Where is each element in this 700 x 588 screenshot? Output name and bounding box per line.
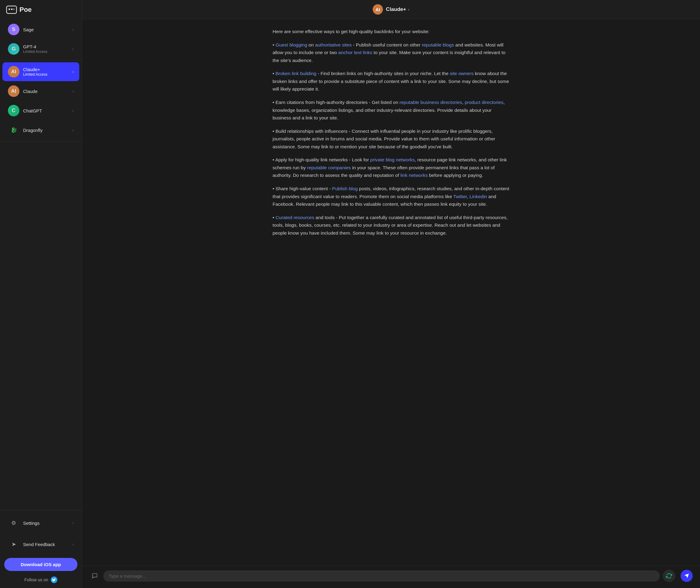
- divider-after-bots: [0, 141, 82, 142]
- cycle-button[interactable]: [663, 570, 675, 582]
- chat-header: AI Claude+ ›: [82, 0, 700, 19]
- bot-info-chatgpt: ChatGPT: [23, 108, 70, 113]
- link-authoritative-sites[interactable]: authoritative sites: [315, 42, 352, 47]
- settings-icon: ⚙: [8, 517, 19, 529]
- bullet-2: • Broken link building - Find broken lin…: [273, 70, 510, 93]
- chat-input[interactable]: [109, 573, 654, 579]
- link-link-networks[interactable]: link networks: [401, 173, 428, 178]
- link-site-owners[interactable]: site owners: [450, 71, 473, 76]
- bot-avatar-sage: S: [8, 24, 19, 35]
- bot-list: SSage›GGPT-4Limited Access›AIClaude+Limi…: [0, 18, 82, 508]
- settings-chevron: ›: [72, 521, 74, 525]
- svg-rect-2: [11, 9, 12, 10]
- link-broken-link[interactable]: Broken link building: [275, 71, 316, 76]
- feedback-chevron: ›: [72, 542, 74, 547]
- bullet-5: • Apply for high-quality link networks -…: [273, 156, 510, 179]
- divider-1: [0, 510, 82, 511]
- sidebar-item-dragonfly[interactable]: 🐉Dragonfly›: [2, 121, 79, 139]
- sidebar-item-feedback[interactable]: ➤ Send Feedback ›: [2, 534, 79, 554]
- bot-info-sage: Sage: [23, 27, 70, 32]
- clear-button[interactable]: [89, 570, 100, 581]
- sidebar-item-claude[interactable]: AIClaude›: [2, 82, 79, 101]
- bot-name-gpt4: GPT-4: [23, 44, 70, 49]
- link-product-directories[interactable]: product directories: [465, 100, 504, 105]
- link-reputable-companies[interactable]: reputable companies: [307, 165, 351, 170]
- follow-us-section: Follow us on: [0, 573, 82, 588]
- sidebar-item-claude-plus[interactable]: AIClaude+Limited Access›: [2, 62, 79, 81]
- send-button[interactable]: [681, 570, 693, 582]
- sidebar-item-gpt4[interactable]: GGPT-4Limited Access›: [2, 39, 79, 58]
- divider-after-gpt4: [0, 60, 82, 60]
- bot-info-gpt4: GPT-4Limited Access: [23, 44, 70, 54]
- message-intro: Here are some effective ways to get high…: [273, 28, 510, 36]
- feedback-icon: ➤: [8, 538, 19, 550]
- bot-sub-gpt4: Limited Access: [23, 50, 70, 54]
- bot-chevron-gpt4: ›: [72, 46, 74, 51]
- bot-avatar-claude: AI: [8, 85, 19, 97]
- bullet-3: • Earn citations from high-authority dir…: [273, 98, 510, 122]
- chat-input-wrap: [103, 570, 660, 582]
- bot-name-dragonfly: Dragonfly: [23, 128, 70, 133]
- link-private-blog-networks[interactable]: private blog networks: [370, 157, 415, 162]
- chat-messages: Here are some effective ways to get high…: [82, 19, 700, 566]
- sidebar-header: Poe: [0, 0, 82, 18]
- link-anchor-text[interactable]: anchor text links: [338, 50, 372, 55]
- bot-avatar-chatgpt: C: [8, 105, 19, 116]
- download-ios-button[interactable]: Download iOS app: [4, 558, 77, 571]
- bullet-7: • Curated resources and tools - Put toge…: [273, 214, 510, 237]
- header-title: Claude+ ›: [386, 6, 409, 12]
- bot-avatar-gpt4: G: [8, 43, 19, 55]
- bot-chevron-dragonfly: ›: [72, 128, 74, 132]
- link-reputable-blogs[interactable]: reputable blogs: [422, 42, 454, 47]
- link-twitter[interactable]: Twitter: [453, 194, 467, 199]
- bot-name-claude: Claude: [23, 89, 70, 94]
- sidebar: Poe SSage›GGPT-4Limited Access›AIClaude+…: [0, 0, 82, 588]
- follow-us-label: Follow us on: [24, 577, 48, 582]
- header-chevron-icon: ›: [408, 7, 409, 12]
- message-body: Here are some effective ways to get high…: [273, 28, 510, 237]
- bot-info-claude-plus: Claude+Limited Access: [23, 67, 70, 77]
- bullet-4: • Build relationships with influencers -…: [273, 127, 510, 151]
- bot-avatar-claude-plus: AI: [8, 66, 19, 77]
- sidebar-item-settings[interactable]: ⚙ Settings ›: [2, 513, 79, 533]
- link-publish-blog[interactable]: Publish blog: [332, 186, 357, 191]
- sidebar-item-chatgpt[interactable]: CChatGPT›: [2, 101, 79, 120]
- bot-info-dragonfly: Dragonfly: [23, 128, 70, 133]
- sidebar-item-sage[interactable]: SSage›: [2, 20, 79, 39]
- svg-rect-1: [9, 9, 10, 10]
- link-guest-blogging[interactable]: Guest blogging: [275, 42, 307, 47]
- bot-avatar-dragonfly: 🐉: [8, 124, 19, 136]
- poe-logo-text: Poe: [19, 6, 32, 14]
- main-content: AI Claude+ › Here are some effective way…: [82, 0, 700, 588]
- chat-input-area: [82, 566, 700, 588]
- link-linkedin[interactable]: Linkedin: [470, 194, 487, 199]
- bot-chevron-claude-plus: ›: [72, 69, 74, 74]
- bot-chevron-claude: ›: [72, 89, 74, 94]
- link-business-directories[interactable]: reputable business directories: [400, 100, 462, 105]
- link-curated-resources[interactable]: Curated resources: [275, 215, 314, 220]
- bullet-6: • Share high-value content - Publish blo…: [273, 185, 510, 208]
- bot-name-chatgpt: ChatGPT: [23, 108, 70, 113]
- bot-name-sage: Sage: [23, 27, 70, 32]
- bot-info-claude: Claude: [23, 89, 70, 94]
- poe-logo-icon: [6, 5, 17, 14]
- bot-name-claude-plus: Claude+: [23, 67, 70, 72]
- bullet-1: • Guest blogging on authoritative sites …: [273, 41, 510, 64]
- bot-chevron-sage: ›: [72, 27, 74, 32]
- header-avatar: AI: [373, 4, 383, 15]
- bot-chevron-chatgpt: ›: [72, 108, 74, 113]
- bot-sub-claude-plus: Limited Access: [23, 72, 70, 77]
- settings-label: Settings: [23, 521, 70, 526]
- poe-logo[interactable]: Poe: [6, 5, 32, 14]
- svg-rect-3: [14, 9, 14, 10]
- feedback-label: Send Feedback: [23, 542, 70, 547]
- twitter-icon[interactable]: [51, 576, 57, 583]
